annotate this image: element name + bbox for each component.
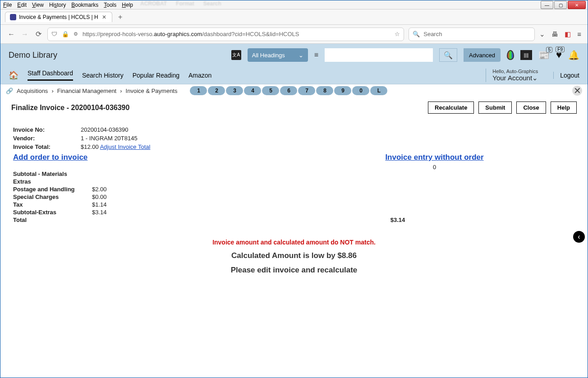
- search-icon: 🔍: [413, 31, 420, 37]
- low-by-message: Calculated Amount is low by $8.86: [13, 251, 575, 260]
- window-maximize-button[interactable]: ▢: [554, 1, 567, 9]
- extras-label: Extras: [13, 178, 92, 185]
- url-text: https://preprod-hcols-verso.auto-graphic…: [83, 31, 299, 37]
- menu-help[interactable]: Help: [122, 2, 133, 8]
- browser-tabstrip: Invoice & Payments | HCOLS | H ✕ +: [0, 9, 588, 25]
- pill-8[interactable]: 8: [316, 86, 333, 95]
- favorites-icon[interactable]: ♥ F9: [556, 49, 562, 61]
- breadcrumb-item[interactable]: Financial Management: [57, 88, 117, 94]
- chevron-down-icon: ⌄: [532, 74, 538, 82]
- pill-6[interactable]: 6: [280, 86, 297, 95]
- main-nav: 🏠 Staff Dashboard Search History Popular…: [0, 66, 588, 84]
- pocket-icon[interactable]: ⌄: [539, 30, 545, 38]
- close-button[interactable]: Close: [516, 101, 546, 114]
- bell-icon[interactable]: 🔔: [568, 50, 579, 60]
- breadcrumb-item[interactable]: Invoice & Payments: [126, 88, 178, 94]
- newspaper-icon[interactable]: 📰 5: [538, 50, 550, 60]
- nav-amazon[interactable]: Amazon: [188, 72, 211, 79]
- catalog-search-input[interactable]: [325, 48, 433, 62]
- headings-dropdown[interactable]: All Headings ⌄: [248, 48, 308, 62]
- invoice-no-value: 20200104-036390: [81, 126, 129, 133]
- catalog-search-button[interactable]: 🔍: [439, 48, 457, 62]
- tab-favicon: [10, 14, 16, 20]
- pill-4[interactable]: 4: [244, 86, 261, 95]
- window-close-button[interactable]: ✕: [568, 1, 586, 9]
- browser-search-box[interactable]: 🔍 Search: [409, 28, 535, 41]
- reload-button[interactable]: ⟳: [34, 30, 43, 38]
- menu-bookmarks[interactable]: Bookmarks: [71, 2, 98, 8]
- special-charges-label: Special Charges: [13, 194, 92, 200]
- chevron-down-icon: ⌄: [299, 52, 303, 59]
- browser-tab[interactable]: Invoice & Payments | HCOLS | H ✕: [5, 12, 112, 22]
- home-icon[interactable]: 🏠: [9, 70, 18, 80]
- pill-0[interactable]: 0: [352, 86, 369, 95]
- balloon-icon[interactable]: [507, 50, 514, 60]
- submit-button[interactable]: Submit: [478, 101, 512, 114]
- account-menu[interactable]: Hello, Auto-Graphics Your Account⌄: [486, 69, 544, 82]
- number-pills: 1 2 3 4 5 6 7 8 9 0 L: [190, 86, 388, 95]
- invoice-entry-without-order-link[interactable]: Invoice entry without order: [385, 153, 483, 161]
- help-button[interactable]: Help: [551, 101, 577, 114]
- please-edit-message: Please edit invoice and recalculate: [13, 266, 575, 275]
- search-placeholder: Search: [423, 31, 442, 37]
- link-icon: 🔗: [6, 88, 13, 94]
- close-panel-icon[interactable]: ✕: [572, 86, 582, 96]
- print-icon[interactable]: 🖶: [551, 30, 558, 38]
- pill-5[interactable]: 5: [262, 86, 279, 95]
- menu-view[interactable]: View: [32, 2, 44, 8]
- nav-popular-reading[interactable]: Popular Reading: [133, 72, 179, 79]
- language-icon[interactable]: 文A: [231, 50, 241, 60]
- menu-edit[interactable]: Edit: [17, 2, 27, 8]
- hello-text: Hello, Auto-Graphics: [492, 69, 538, 74]
- menu-history[interactable]: History: [49, 2, 66, 8]
- tax-label: Tax: [13, 201, 92, 208]
- database-icon[interactable]: ≡: [314, 51, 318, 59]
- chevron-left-icon: ‹: [578, 233, 580, 241]
- headings-label: All Headings: [252, 52, 285, 59]
- add-order-to-invoice-link[interactable]: Add order to invoice: [13, 153, 87, 161]
- mismatch-warning: Invoice amount and calculated amount do …: [13, 239, 575, 246]
- tab-close-icon[interactable]: ✕: [101, 14, 107, 20]
- subtotal-materials-label: Subtotal - Materials: [13, 171, 92, 177]
- bookmark-star-icon[interactable]: ☆: [395, 31, 400, 37]
- url-bar[interactable]: 🛡 🔒 ⚙ https://preprod-hcols-verso.auto-g…: [47, 28, 404, 41]
- nav-search-history[interactable]: Search History: [82, 72, 124, 79]
- special-charges-value: $0.00: [92, 194, 115, 200]
- lock-icon: 🔒: [62, 31, 69, 37]
- postage-label: Postage and Handling: [13, 186, 92, 193]
- hamburger-menu-icon[interactable]: ≡: [577, 30, 581, 38]
- pill-2[interactable]: 2: [208, 86, 225, 95]
- tax-value: $1.14: [92, 201, 115, 208]
- tab-title: Invoice & Payments | HCOLS | H: [19, 14, 98, 20]
- heart-badge: F9: [556, 46, 565, 52]
- menu-file[interactable]: File: [3, 2, 12, 8]
- breadcrumb-item[interactable]: Acquisitions: [17, 88, 48, 94]
- permissions-icon: ⚙: [74, 31, 78, 37]
- pill-7[interactable]: 7: [298, 86, 315, 95]
- search-icon: 🔍: [444, 51, 453, 60]
- menu-tools[interactable]: Tools: [104, 2, 116, 8]
- logout-link[interactable]: Logout: [553, 72, 579, 79]
- pill-1[interactable]: 1: [190, 86, 207, 95]
- window-minimize-button[interactable]: —: [541, 1, 553, 9]
- nav-staff-dashboard[interactable]: Staff Dashboard: [28, 69, 73, 81]
- page-title-row: Finalize Invoice - 20200104-036390 Recal…: [0, 97, 588, 118]
- barcode-icon[interactable]: ||||: [520, 50, 532, 60]
- invoice-total-label: Invoice Total:: [13, 143, 81, 150]
- pill-3[interactable]: 3: [226, 86, 243, 95]
- extension-icon[interactable]: ◧: [565, 30, 571, 38]
- back-button[interactable]: ←: [7, 30, 16, 38]
- invoice-total-value: $12.00: [81, 143, 99, 150]
- recalculate-button[interactable]: Recalculate: [428, 101, 474, 114]
- entry-without-order-count: 0: [294, 164, 575, 171]
- vendor-label: Vendor:: [13, 135, 81, 142]
- adjust-invoice-total-link[interactable]: Adjust Invoice Total: [100, 143, 151, 150]
- vendor-value: 1 - INGRAM 20T8145: [81, 135, 138, 142]
- side-panel-toggle[interactable]: ‹: [573, 231, 585, 243]
- pill-9[interactable]: 9: [334, 86, 351, 95]
- pill-L[interactable]: L: [370, 86, 387, 95]
- app-header: Demo Library 文A All Headings ⌄ ≡ 🔍 Advan…: [0, 44, 588, 66]
- background-blur-2: [113, 13, 579, 27]
- advanced-search-button[interactable]: Advanced: [464, 48, 501, 62]
- forward-button[interactable]: →: [20, 30, 29, 38]
